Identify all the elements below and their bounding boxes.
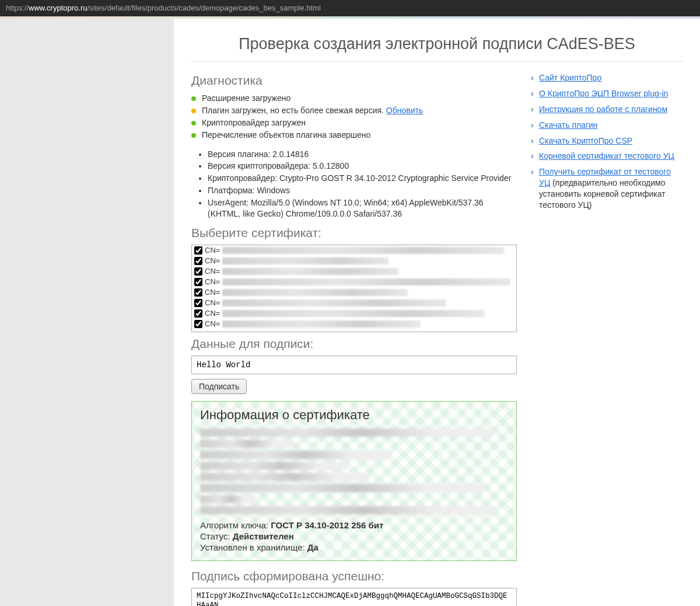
diag-item: Плагин загружен, но есть более свежая ве… [191,105,517,117]
certificate-row[interactable]: CN= [192,266,516,277]
info-list: Версия плагина: 2.0.14816 Версия криптоп… [191,148,517,220]
sign-button[interactable]: Подписать [191,379,247,394]
page-title: Проверка создания электронной подписи CA… [191,35,682,53]
certificate-cn-label: CN= [205,309,220,318]
redacted-text [222,299,446,307]
url-domain: www.cryptopro.ru [29,4,87,12]
page-content: Проверка создания электронной подписи CA… [174,19,700,606]
sign-data-heading: Данные для подписи: [191,337,517,351]
cert-select-heading: Выберите сертификат: [191,226,517,240]
diag-text: Плагин загружен, но есть более свежая ве… [202,106,384,115]
redacted-text [222,278,510,285]
certificate-row[interactable]: CN= [192,277,516,287]
certificate-checkbox[interactable] [194,299,202,307]
certificate-cn-label: CN= [205,298,220,307]
certificate-cn-label: CN= [205,256,220,265]
sign-data-input[interactable] [191,356,517,374]
url-prefix: https:// [6,4,29,12]
certificate-cn-label: CN= [205,277,220,286]
redacted-details [200,429,508,514]
info-item: Версия плагина: 2.0.14816 [208,148,517,161]
sidebar-links: Сайт КриптоПро О КриптоПро ЭЦП Browser p… [531,70,682,606]
certificate-cn-label: CN= [205,267,220,276]
info-item: Версия криптопровайдера: 5.0.12800 [208,160,517,172]
certificate-checkbox[interactable] [194,309,202,318]
side-link[interactable]: Скачать КриптоПро CSP [539,136,632,145]
certificate-row[interactable]: CN= [192,298,516,308]
certificate-list[interactable]: CN=CN=CN=CN=CN=CN=CN=CN= [191,245,517,332]
cert-store: Установлен в хранилище: Да [200,542,508,552]
diag-text: Перечисление объектов плагина завершено [202,130,370,140]
signature-output[interactable]: MIIcpgYJKoZIhvcNAQcCoIIclzCCHJMCAQExDjAM… [191,588,517,606]
side-link[interactable]: Инструкция по работе с плагином [539,105,667,114]
info-item: Криптопровайдер: Crypto-Pro GOST R 34.10… [208,172,517,184]
certificate-cn-label: CN= [205,319,220,328]
diag-item: Расширение загружено [191,92,517,105]
info-item: UserAgent: Mozilla/5.0 (Windows NT 10.0;… [208,197,517,220]
redacted-text [222,247,503,254]
diag-item: Криптопровайдер загружен [191,117,517,129]
decorative-strip [0,16,700,19]
side-link[interactable]: Сайт КриптоПро [539,73,601,82]
redacted-text [222,257,388,264]
diag-item: Перечисление объектов плагина завершено [191,129,517,141]
certificate-checkbox[interactable] [194,288,202,297]
certificate-cn-label: CN= [205,288,220,297]
signature-heading: Подпись сформирована успешно: [191,569,517,583]
update-link[interactable]: Обновить [386,106,423,115]
side-link[interactable]: О КриптоПро ЭЦП Browser plug-in [539,89,668,98]
certificate-checkbox[interactable] [194,320,202,328]
diag-text: Расширение загружено [202,93,290,103]
cert-info-heading: Информация о сертификате [200,408,508,423]
certificate-checkbox[interactable] [194,267,202,276]
certificate-checkbox[interactable] [194,278,202,286]
redacted-text [222,310,484,317]
browser-url-bar[interactable]: https://www.cryptopro.ru/sites/default/f… [0,0,700,16]
side-link[interactable]: Корневой сертификат тестового УЦ [539,151,674,161]
redacted-text [222,268,398,275]
redacted-text [222,289,408,296]
diagnostics-list: Расширение загружено Плагин загружен, но… [191,92,517,141]
certificate-row[interactable]: CN= [192,308,516,319]
certificate-info-panel: Информация о сертификате Алгоритм ключа:… [191,401,517,561]
certificate-checkbox[interactable] [194,246,202,255]
left-gutter [0,19,174,606]
redacted-text [222,321,421,328]
cert-status: Статус: Действителен [200,531,508,541]
side-link[interactable]: Скачать плагин [539,120,598,130]
certificate-row[interactable]: CN= [192,319,516,329]
divider [191,61,682,62]
diag-text: Криптопровайдер загружен [202,118,306,127]
info-item: Платформа: Windows [208,184,517,197]
certificate-cn-label: CN= [205,246,220,255]
url-path: /sites/default/files/products/cades/demo… [87,4,320,12]
certificate-checkbox[interactable] [194,257,202,265]
side-note: (предварительно необходимо установить ко… [539,178,666,210]
cert-algo: Алгоритм ключа: ГОСТ Р 34.10-2012 256 би… [200,520,508,530]
certificate-row[interactable]: CN= [192,245,516,256]
diagnostics-heading: Диагностика [191,74,517,88]
certificate-row[interactable]: CN= [192,287,516,298]
certificate-row[interactable]: CN= [192,256,516,266]
